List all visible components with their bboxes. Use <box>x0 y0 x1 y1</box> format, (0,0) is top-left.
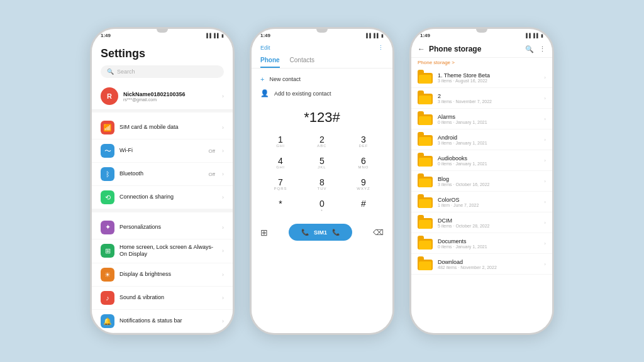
search-icon-fm[interactable]: 🔍 <box>525 45 534 53</box>
dialer-menu-icon[interactable]: ⋮ <box>378 45 384 51</box>
fm-item-name-7: DCIM <box>438 217 539 224</box>
tab-contacts[interactable]: Contacts <box>290 53 314 68</box>
search-bar[interactable]: 🔍 Search <box>101 65 224 78</box>
dialer-actions: + New contact 👤 Add to existing contact <box>252 69 392 104</box>
status-bar-1: 1:49 ▌▌ ▌▌ ▮ <box>92 29 233 41</box>
fm-item-7[interactable]: DCIM 5 items · October 28, 2022 › <box>411 212 552 233</box>
fm-item-1[interactable]: 2 3 items · November 7, 2022 › <box>411 88 552 109</box>
wifi-value: Off <box>208 148 215 154</box>
settings-group-2: ✦ Personalizations › ⊞ Home screen, Lock… <box>92 216 233 333</box>
fm-item-8[interactable]: Documents 0 items · January 1, 2021 › <box>411 233 552 254</box>
fm-title: Phone storage <box>429 45 521 53</box>
fm-header: ← Phone storage 🔍 ⋮ <box>411 41 552 58</box>
chevron-sim: › <box>222 124 224 131</box>
fm-item-2[interactable]: Alarms 0 items · January 1, 2021 › <box>411 109 552 129</box>
dial-key-4[interactable]: 4 GHI <box>260 153 301 173</box>
fm-item-info-1: 2 3 items · November 7, 2022 <box>438 93 539 104</box>
fm-item-meta-1: 3 items · November 7, 2022 <box>438 99 539 104</box>
wifi-icon: 〜 <box>101 144 114 158</box>
settings-label-connection: Connection & sharing <box>119 194 217 201</box>
fm-chevron-4: › <box>544 158 546 163</box>
folder-icon-6 <box>418 195 433 208</box>
fm-item-meta-6: 1 item · June 7, 2022 <box>438 203 539 207</box>
call-button[interactable]: 📞 SIM1 📞 <box>289 224 352 241</box>
back-icon[interactable]: ← <box>418 45 425 53</box>
dial-key-5[interactable]: 5 JKL <box>302 153 342 173</box>
status-icons-2: ▌▌ ▌▌ ▮ <box>366 33 384 38</box>
fm-item-name-4: Audiobooks <box>438 155 539 162</box>
settings-item-connection[interactable]: ⟲ Connection & sharing › <box>92 186 233 209</box>
settings-label-bluetooth: Bluetooth <box>119 170 203 178</box>
settings-label-sim: SIM card & mobile data <box>119 124 217 131</box>
fm-item-info-9: Download 482 items · November 2, 2022 <box>438 259 539 270</box>
connection-icon: ⟲ <box>101 190 114 204</box>
menu-icon-fm[interactable]: ⋮ <box>539 45 546 53</box>
dial-key-1[interactable]: 1 GHI <box>260 132 301 152</box>
chevron-notif: › <box>222 318 224 324</box>
fm-item-info-7: DCIM 5 items · October 28, 2022 <box>438 217 539 228</box>
fm-item-meta-4: 0 items · January 1, 2021 <box>438 162 539 166</box>
dial-key-7[interactable]: 7 PQRS <box>260 175 301 195</box>
filemanager-screen: ← Phone storage 🔍 ⋮ Phone storage > 1. T… <box>411 41 552 333</box>
fm-item-3[interactable]: Android 3 items · January 1, 2021 › <box>411 129 552 150</box>
new-contact-action[interactable]: + New contact <box>260 74 384 85</box>
time-2: 1:49 <box>260 33 270 38</box>
settings-item-bluetooth[interactable]: ᛒ Bluetooth Off › <box>92 163 233 186</box>
settings-screen: Settings 🔍 Search R NickName01802100356 … <box>92 41 233 333</box>
settings-item-sim[interactable]: 📶 SIM card & mobile data › <box>92 116 233 140</box>
home-icon: ⊞ <box>101 244 114 258</box>
settings-item-personal[interactable]: ✦ Personalizations › <box>92 216 233 239</box>
chevron-sound: › <box>222 295 224 301</box>
time-3: 1:49 <box>420 33 430 38</box>
settings-item-sound[interactable]: ♪ Sound & vibration › <box>92 287 233 310</box>
dialer-screen: Edit ⋮ Phone Contacts + New contact 👤 Ad… <box>252 41 392 333</box>
settings-title: Settings <box>92 41 233 65</box>
folder-icon-5 <box>418 175 433 187</box>
fm-item-meta-9: 482 items · November 2, 2022 <box>438 265 539 270</box>
status-icons-3: ▌▌ ▌▌ ▮ <box>526 33 543 38</box>
dial-key-hash[interactable]: # <box>343 196 384 216</box>
fm-chevron-8: › <box>544 241 546 246</box>
fm-breadcrumb[interactable]: Phone storage > <box>411 58 552 67</box>
fm-item-6[interactable]: ColorOS 1 item · June 7, 2022 › <box>411 192 552 212</box>
sim-label: SIM1 <box>314 229 327 236</box>
tab-phone[interactable]: Phone <box>260 53 280 68</box>
settings-item-wifi[interactable]: 〜 Wi-Fi Off › <box>92 140 233 163</box>
folder-icon-7 <box>418 216 433 229</box>
fm-item-info-4: Audiobooks 0 items · January 1, 2021 <box>438 155 539 166</box>
fm-item-info-6: ColorOS 1 item · June 7, 2022 <box>438 197 539 207</box>
chevron-connection: › <box>222 194 224 200</box>
account-email: rs***@gmail.com <box>123 97 217 102</box>
dial-key-3[interactable]: 3 DEF <box>343 132 384 152</box>
dial-key-8[interactable]: 8 TUV <box>302 175 342 195</box>
dial-key-9[interactable]: 9 WXYZ <box>343 175 384 195</box>
fm-item-0[interactable]: 1. Theme Store Beta 3 items · August 16,… <box>411 67 552 88</box>
settings-item-notif[interactable]: 🔔 Notifications & status bar › <box>92 310 233 333</box>
settings-item-homescreen[interactable]: ⊞ Home screen, Lock screen & Always-On D… <box>92 239 233 263</box>
fm-item-name-5: Blog <box>438 176 539 182</box>
fm-chevron-3: › <box>544 137 546 143</box>
plus-icon: + <box>260 75 264 83</box>
time-1: 1:49 <box>101 33 111 38</box>
fm-item-5[interactable]: Blog 3 items · October 16, 2022 › <box>411 171 552 192</box>
folder-icon-9 <box>418 258 433 270</box>
search-icon: 🔍 <box>107 69 114 75</box>
dial-key-0[interactable]: 0 + <box>302 196 342 216</box>
fm-item-4[interactable]: Audiobooks 0 items · January 1, 2021 › <box>411 150 552 171</box>
add-existing-action[interactable]: 👤 Add to existing contact <box>260 87 384 99</box>
fm-header-icons: 🔍 ⋮ <box>525 45 546 53</box>
edit-button[interactable]: Edit <box>260 45 270 51</box>
dialpad-grid-icon[interactable]: ⊞ <box>260 228 268 238</box>
dial-key-star[interactable]: * <box>260 196 301 216</box>
fm-item-9[interactable]: Download 482 items · November 2, 2022 › <box>411 254 552 275</box>
fm-chevron-1: › <box>544 96 546 101</box>
dial-key-2[interactable]: 2 ABC <box>302 132 342 152</box>
dial-key-6[interactable]: 6 MNO <box>343 153 384 173</box>
bluetooth-value: Off <box>208 172 215 177</box>
phone-settings: 1:49 ▌▌ ▌▌ ▮ Settings 🔍 Search R NickNam… <box>90 27 235 335</box>
dialer-header: Edit ⋮ <box>252 41 392 53</box>
account-row[interactable]: R NickName01802100356 rs***@gmail.com › <box>92 83 233 110</box>
settings-item-display[interactable]: ☀ Display & brightness › <box>92 263 233 287</box>
add-existing-label: Add to existing contact <box>274 90 331 97</box>
backspace-icon[interactable]: ⌫ <box>373 228 384 237</box>
